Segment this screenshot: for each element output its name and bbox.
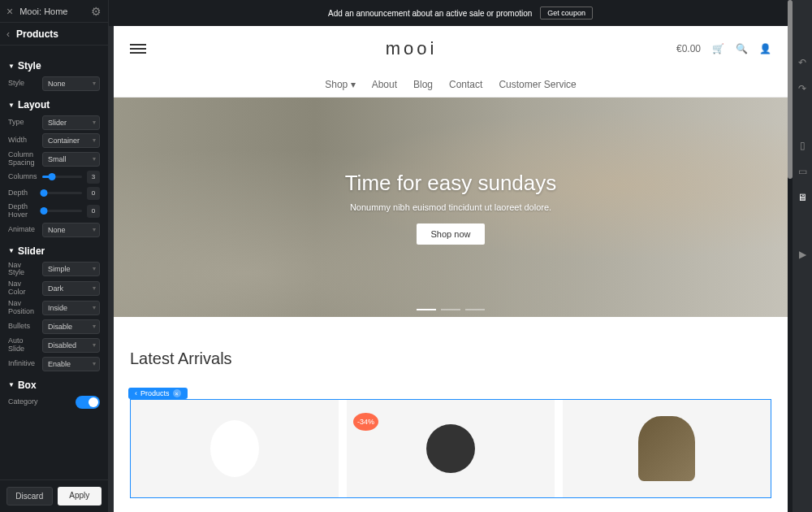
breadcrumb: ‹ Products [0,23,108,46]
width-select[interactable]: Container [42,133,100,148]
redo-icon[interactable]: ↷ [798,83,806,94]
product-card[interactable] [563,400,771,497]
chevron-down-icon: ▼ [8,102,15,109]
page-title: Mooi: Home [19,7,84,16]
site-preview: mooi €0.00 🛒 🔍 👤 Shop ▾ About Blog Conta… [114,26,788,512]
preview-pane: Add an announcement about an active sale… [109,0,812,512]
product-image [210,420,259,477]
navpos-select[interactable]: Inside [42,301,100,315]
nav-about[interactable]: About [372,79,397,90]
animate-select[interactable]: None [42,223,100,237]
autoslide-select[interactable]: Disabled [42,338,100,353]
hero-cta-button[interactable]: Shop now [417,223,486,245]
products-tag[interactable]: ‹ Products × [128,388,188,399]
bullets-select[interactable]: Disable [42,319,100,334]
cart-icon[interactable]: 🛒 [712,43,724,54]
arrivals-title: Latest Arrivals [130,349,771,368]
hero-subtitle: Nonummy nibh euismod tincidunt ut laoree… [350,202,551,212]
mobile-icon[interactable]: ▯ [800,140,806,151]
nav-shop[interactable]: Shop ▾ [325,79,355,90]
chevron-down-icon: ▼ [8,63,15,70]
nav-customer-service[interactable]: Customer Service [499,79,576,90]
section-box[interactable]: ▼Box [8,380,100,391]
hero-section: Time for easy sundays Nonummy nibh euism… [114,98,788,317]
products-grid: -34% [130,399,771,498]
category-toggle[interactable] [76,396,100,409]
cart-total: €0.00 [676,43,701,54]
site-header: mooi €0.00 🛒 🔍 👤 [114,26,788,72]
coupon-button[interactable]: Get coupon [540,7,593,20]
product-image [638,416,695,481]
product-card[interactable] [131,400,339,497]
chevron-down-icon: ▼ [8,381,15,388]
colspacing-select[interactable]: Small [42,152,100,167]
breadcrumb-label: Products [16,28,58,40]
type-select[interactable]: Slider [42,115,100,130]
sidebar: × Mooi: Home ⚙ ‹ Products ▼Style StyleNo… [0,0,109,512]
product-image [426,424,475,473]
search-icon[interactable]: 🔍 [736,43,748,54]
product-card[interactable]: -34% [347,400,555,497]
chevron-down-icon: ▼ [8,247,15,254]
close-icon[interactable]: × [6,5,13,18]
topbar: × Mooi: Home ⚙ [0,0,108,23]
close-icon[interactable]: × [173,389,181,397]
section-layout[interactable]: ▼Layout [8,99,100,111]
site-logo: mooi [146,38,676,59]
discard-button[interactable]: Discard [6,487,53,505]
sidebar-footer: Discard Apply [0,479,108,512]
gear-icon[interactable]: ⚙ [91,5,102,18]
tablet-icon[interactable]: ▭ [798,166,807,177]
back-icon[interactable]: ‹ [6,28,10,40]
style-select[interactable]: None [42,76,100,91]
depth-slider[interactable] [42,192,82,194]
navcolor-select[interactable]: Dark [42,281,100,296]
hero-title: Time for easy sundays [345,171,557,196]
site-nav: Shop ▾ About Blog Contact Customer Servi… [114,72,788,98]
nav-blog[interactable]: Blog [413,79,433,90]
device-rail: ↶ ↷ ▯ ▭ 🖥 ▶ [793,0,812,512]
columns-slider[interactable] [42,176,82,178]
discount-badge: -34% [353,413,378,431]
hamburger-icon[interactable] [130,44,146,54]
navstyle-select[interactable]: Simple [42,262,100,276]
apply-button[interactable]: Apply [58,487,102,505]
desktop-icon[interactable]: 🖥 [797,192,807,203]
play-icon[interactable]: ▶ [799,249,806,260]
depthhover-slider[interactable] [42,210,82,212]
user-icon[interactable]: 👤 [759,43,771,54]
settings-panel: ▼Style StyleNone ▼Layout TypeSlider Widt… [0,46,108,479]
undo-icon[interactable]: ↶ [798,57,806,68]
section-style[interactable]: ▼Style [8,60,100,72]
announcement-bar: Add an announcement about an active sale… [109,0,812,26]
hero-dots[interactable] [417,309,485,310]
nav-contact[interactable]: Contact [449,79,482,90]
infinitive-select[interactable]: Enable [42,357,100,371]
arrivals-section: Latest Arrivals ‹ Products × -34% [114,317,788,498]
section-slider[interactable]: ▼Slider [8,245,100,257]
